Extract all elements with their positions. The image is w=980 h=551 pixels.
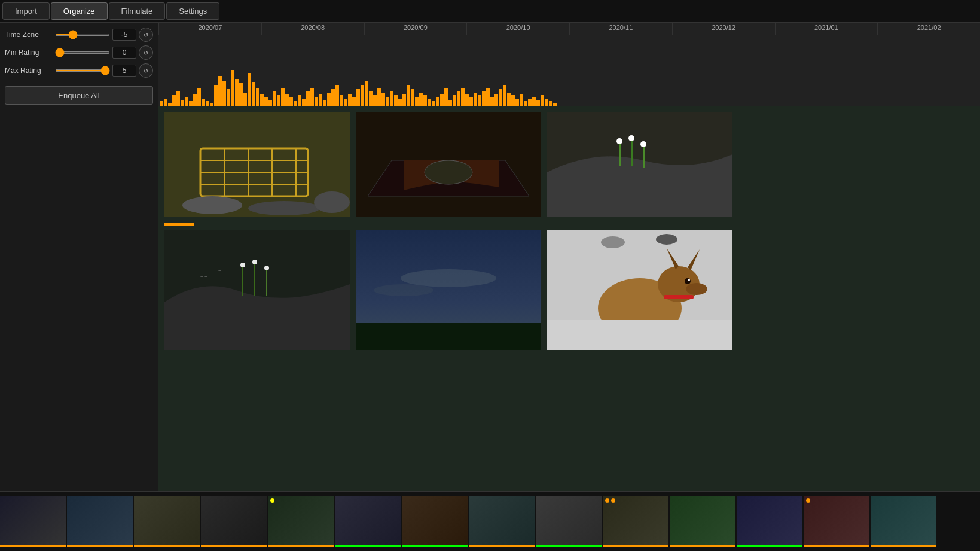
histogram-bar — [264, 97, 268, 106]
photo-4[interactable]: ~ ~ ~ — [164, 230, 350, 350]
histogram-bar — [499, 89, 502, 106]
histogram-bar — [289, 97, 293, 106]
dot-indicator-1 — [605, 498, 609, 503]
min-rating-reset-button[interactable]: ↺ — [139, 45, 153, 60]
svg-point-33 — [374, 284, 433, 296]
filmstrip-item-13[interactable] — [804, 496, 869, 547]
svg-point-20 — [640, 141, 646, 147]
histogram-bar — [402, 94, 406, 106]
tl-label-0: 2020/07 — [158, 23, 261, 35]
histogram-bar — [536, 100, 540, 106]
filmstrip-item-5[interactable] — [268, 496, 334, 547]
filmstrip-item-7[interactable] — [402, 496, 468, 547]
photo-3[interactable] — [547, 112, 732, 217]
histogram-bar — [281, 88, 285, 106]
photo-5[interactable] — [356, 230, 541, 350]
histogram-bar — [356, 89, 360, 106]
filmstrip-item-12[interactable] — [737, 496, 802, 547]
svg-point-26 — [252, 260, 257, 264]
histogram-bar — [515, 99, 519, 106]
svg-rect-23 — [254, 263, 255, 296]
histogram-bar — [394, 95, 398, 106]
time-zone-reset-button[interactable]: ↺ — [139, 28, 153, 42]
histogram-bar — [453, 95, 456, 106]
histogram-bar — [377, 88, 381, 106]
filmstrip-item-4[interactable] — [201, 496, 267, 547]
histogram-bar — [511, 95, 515, 106]
filmstrip-item-2[interactable] — [67, 496, 133, 547]
histogram-bars — [158, 35, 980, 106]
histogram-bar — [285, 94, 289, 106]
max-rating-slider[interactable] — [55, 69, 110, 72]
histogram-bar — [553, 103, 557, 106]
min-rating-slider[interactable] — [55, 51, 110, 54]
histogram-bar — [222, 81, 226, 106]
enqueue-all-button[interactable]: Enqueue All — [5, 86, 153, 105]
histogram-bar — [260, 94, 264, 106]
histogram-bar — [486, 88, 490, 106]
filmstrip-item-3[interactable] — [134, 496, 200, 547]
svg-rect-16 — [631, 139, 633, 166]
main-layout: Time Zone -5 ↺ Min Rating 0 ↺ Max Rating… — [0, 23, 980, 491]
tab-filmulate[interactable]: Filmulate — [109, 2, 166, 20]
filmstrip-item-11[interactable] — [670, 496, 735, 547]
histogram-bar — [340, 95, 343, 106]
filmstrip-item-10[interactable] — [603, 496, 668, 547]
histogram-bar — [273, 91, 276, 106]
photo-1[interactable] — [164, 112, 350, 217]
max-rating-control: Max Rating 5 ↺ — [5, 63, 153, 78]
histogram-bar — [197, 88, 201, 106]
histogram-bar — [193, 94, 197, 106]
histogram-bar — [168, 103, 172, 106]
tab-import[interactable]: Import — [2, 2, 50, 20]
tl-label-6: 2021/01 — [775, 23, 878, 35]
histogram-bar — [524, 101, 527, 106]
dot-indicator-yellow — [270, 498, 274, 503]
histogram-bar — [323, 100, 326, 106]
filmstrip[interactable] — [0, 491, 980, 551]
histogram-bar — [206, 101, 209, 106]
histogram-bar — [202, 99, 205, 106]
tab-organize[interactable]: Organize — [51, 2, 108, 20]
tl-label-7: 2021/02 — [877, 23, 980, 35]
filmstrip-item-8[interactable] — [469, 496, 535, 547]
svg-point-19 — [628, 135, 634, 141]
photo-row-2: ~ ~ ~ — [164, 230, 974, 350]
svg-point-9 — [182, 196, 242, 214]
tab-settings[interactable]: Settings — [166, 2, 219, 20]
max-rating-label: Max Rating — [5, 66, 53, 75]
histogram-bar — [444, 88, 448, 106]
histogram-bar — [415, 97, 419, 106]
svg-text:~ ~: ~ ~ — [200, 274, 207, 279]
histogram-bar — [373, 95, 377, 106]
svg-text:~: ~ — [218, 268, 221, 273]
orange-divider — [164, 223, 194, 226]
histogram-bar — [440, 94, 444, 106]
histogram-bar — [327, 93, 331, 106]
histogram-bar — [252, 82, 255, 106]
max-rating-reset-button[interactable]: ↺ — [139, 63, 153, 78]
time-zone-slider[interactable] — [55, 34, 110, 36]
min-rating-label: Min Rating — [5, 48, 53, 57]
max-rating-value[interactable]: 5 — [112, 65, 136, 77]
min-rating-value[interactable]: 0 — [112, 47, 136, 59]
filmstrip-item-1[interactable] — [0, 496, 66, 547]
timeline[interactable]: 2020/07 2020/08 2020/09 2020/10 2020/11 … — [158, 23, 980, 106]
histogram-bar — [361, 85, 364, 106]
filmstrip-item-9[interactable] — [536, 496, 602, 547]
histogram-bar — [490, 97, 494, 106]
dot-indicator-2 — [611, 498, 615, 503]
histogram-bar — [448, 100, 452, 106]
dot-indicator-3 — [806, 498, 810, 503]
photo-2[interactable] — [356, 112, 541, 217]
histogram-bar — [331, 89, 335, 106]
histogram-bar — [503, 85, 506, 106]
histogram-bar — [520, 94, 523, 106]
filmstrip-item-14[interactable] — [871, 496, 936, 547]
histogram-bar — [218, 76, 222, 106]
photo-grid[interactable]: ~ ~ ~ — [158, 106, 980, 491]
svg-point-11 — [314, 191, 350, 213]
photo-6[interactable] — [547, 230, 732, 350]
filmstrip-item-6[interactable] — [335, 496, 401, 547]
time-zone-value[interactable]: -5 — [112, 29, 136, 41]
